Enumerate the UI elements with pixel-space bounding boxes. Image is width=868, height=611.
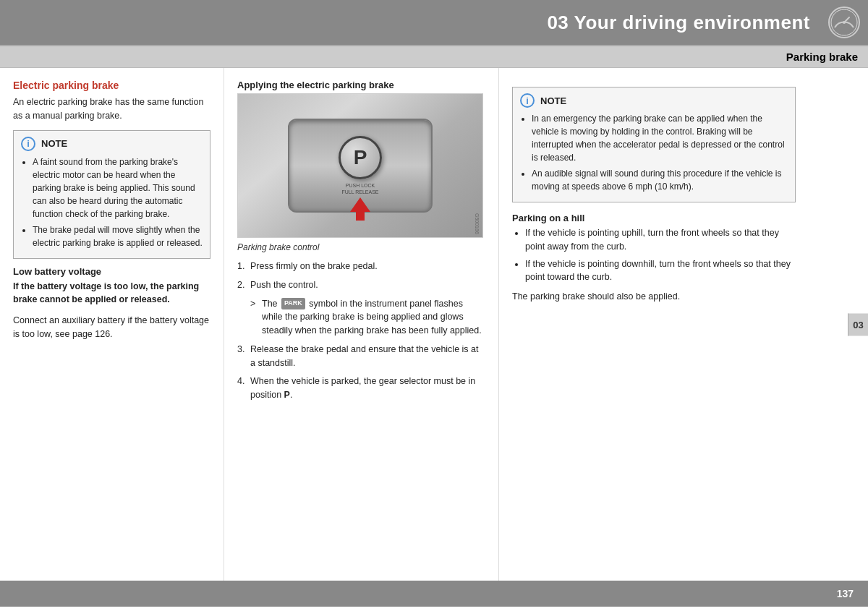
image-code: G500186	[475, 213, 480, 234]
page-header: 03 Your driving environment	[0, 0, 868, 45]
right-column: i NOTE In an emergency the parking brake…	[499, 68, 825, 581]
low-battery-bold: If the battery voltage is too low, the p…	[13, 280, 210, 307]
note-item: In an emergency the parking brake can be…	[532, 112, 788, 164]
hill-footer: The parking brake should also be applied…	[512, 290, 796, 304]
note-header-1: i NOTE	[21, 137, 203, 151]
applying-title: Applying the electric parking brake	[237, 80, 485, 90]
note-item: An audible signal will sound during this…	[532, 167, 788, 193]
mid-column: Applying the electric parking brake P PU…	[224, 68, 499, 581]
page-footer: 137	[0, 581, 868, 607]
park-badge: PARK	[281, 298, 305, 309]
note-label-1: NOTE	[41, 138, 67, 149]
step-3: 3. Release the brake pedal and ensure th…	[237, 343, 485, 370]
sub-step-text: The PARK symbol in the instrument panel …	[262, 297, 485, 338]
hill-item-1: If the vehicle is pointing uphill, turn …	[525, 226, 796, 254]
steps-list: 1. Press firmly on the brake pedal. 2. P…	[237, 260, 485, 292]
note-list-1: A faint sound from the parking brake's e…	[21, 155, 203, 249]
low-battery-body: Connect an auxiliary battery if the batt…	[13, 314, 210, 341]
step-2: 2. Push the control.	[237, 278, 485, 292]
section-header: Parking brake	[0, 45, 868, 68]
step-4-text: When the vehicle is parked, the gear sel…	[250, 375, 485, 402]
note-item: A faint sound from the parking brake's e…	[33, 155, 203, 221]
chapter-side-tab: 03	[848, 313, 868, 336]
info-icon-2: i	[520, 93, 535, 108]
section-header-label: Parking brake	[786, 51, 858, 63]
hill-title: Parking on a hill	[512, 213, 796, 223]
note-list-2: In an emergency the parking brake can be…	[520, 112, 788, 193]
page-number: 137	[837, 588, 854, 599]
left-column: Electric parking brake An electric parki…	[0, 68, 224, 581]
main-content: Electric parking brake An electric parki…	[0, 68, 868, 581]
info-icon-1: i	[21, 137, 35, 151]
speedometer-icon	[827, 6, 861, 39]
brake-image: P PUSH LOCK FULL RELEASE G	[237, 93, 483, 238]
svg-marker-4	[350, 197, 370, 221]
image-caption: Parking brake control	[237, 242, 485, 252]
low-battery-bold-text: If the battery voltage is too low, the p…	[13, 281, 199, 305]
electric-brake-title: Electric parking brake	[13, 80, 210, 91]
electric-brake-body: An electric parking brake has the same f…	[13, 95, 210, 123]
svg-point-3	[843, 21, 846, 24]
hill-item-2: If the vehicle is pointing downhill, tur…	[525, 257, 796, 285]
step-1: 1. Press firmly on the brake pedal.	[237, 260, 485, 273]
step-4: 4. When the vehicle is parked, the gear …	[237, 375, 485, 402]
sub-step: > The PARK symbol in the instrument pane…	[237, 297, 485, 338]
low-battery-title: Low battery voltage	[13, 266, 210, 277]
chapter-title: 03 Your driving environment	[547, 12, 810, 34]
note-item: The brake pedal will move slightly when …	[33, 223, 203, 249]
note-box-1: i NOTE A faint sound from the parking br…	[13, 130, 210, 259]
side-tab-label: 03	[853, 319, 863, 330]
hill-list: If the vehicle is pointing uphill, turn …	[512, 226, 796, 284]
note-box-2: i NOTE In an emergency the parking brake…	[512, 87, 796, 202]
note-label-2: NOTE	[540, 95, 566, 106]
note-header-2: i NOTE	[520, 93, 788, 108]
steps-list-cont: 3. Release the brake pedal and ensure th…	[237, 343, 485, 402]
